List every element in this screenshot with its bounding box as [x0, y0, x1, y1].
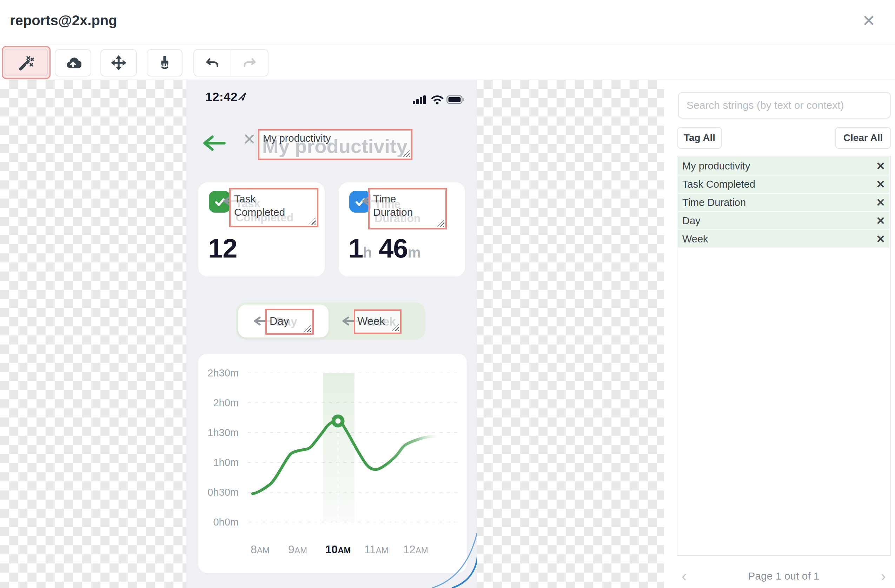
signal-bars-icon	[413, 95, 427, 105]
next-page-button[interactable]: ›	[876, 568, 891, 584]
tag-label: TimeDuration	[373, 192, 413, 219]
window-header: reports@2x.png ✕	[0, 0, 895, 45]
back-arrow-icon	[201, 135, 227, 152]
task-completed-card: TaskCompleted TaskCompleted 12	[198, 182, 325, 276]
remove-string-button[interactable]: ✕	[876, 160, 885, 173]
undo-icon	[204, 55, 220, 71]
string-row[interactable]: Week ✕	[678, 230, 889, 248]
tag-box-day[interactable]: Day Day	[265, 309, 314, 335]
remove-string-button[interactable]: ✕	[876, 196, 885, 209]
string-row[interactable]: My productivity ✕	[678, 157, 889, 175]
magic-wand-active-outline	[5, 49, 48, 76]
phone-screenshot: 12:42 ✕	[187, 80, 477, 588]
wifi-icon	[431, 95, 444, 105]
window-title: reports@2x.png	[10, 13, 117, 29]
string-list-panel: My productivity ✕ Task Completed ✕ Time …	[677, 156, 891, 556]
string-row[interactable]: Task Completed ✕	[678, 176, 889, 193]
strings-sidebar: Tag All Clear All My productivity ✕ Task…	[664, 80, 895, 588]
close-icon: ✕	[862, 12, 876, 30]
string-tagging-app: reports@2x.png ✕	[0, 0, 895, 588]
clear-all-button[interactable]: Clear All	[835, 127, 891, 149]
redo-button[interactable]	[231, 50, 268, 76]
remove-string-button[interactable]: ✕	[876, 233, 885, 246]
page-indicator: Page 1 out of 1	[748, 570, 819, 582]
location-arrow-icon	[238, 92, 247, 102]
transparency-canvas: 12:42 ✕	[0, 80, 664, 588]
cloud-upload-icon	[65, 55, 82, 71]
resize-handle[interactable]	[308, 218, 316, 224]
redo-icon	[241, 55, 258, 71]
tag-box-time-duration[interactable]: TimeDuration TimeDuration	[368, 188, 447, 229]
tasks-value: 12	[208, 233, 237, 264]
line-chart	[198, 354, 467, 573]
x-axis-tick: 11AM	[353, 543, 399, 556]
brush-icon	[156, 55, 173, 71]
close-window-button[interactable]: ✕	[862, 13, 876, 29]
x-axis-tick: 12AM	[393, 543, 438, 556]
prev-page-button[interactable]: ‹	[677, 568, 692, 584]
string-row-label: Task Completed	[682, 179, 876, 190]
undo-redo-group	[193, 49, 268, 76]
highlight-band	[323, 373, 355, 522]
untag-x-glyph: ✕	[243, 130, 256, 149]
productivity-chart-card: 2h30m 2h0m 1h30m 1h0m 0h30m 0h0m	[198, 354, 467, 573]
pagination: ‹ Page 1 out of 1 ›	[677, 565, 891, 586]
string-row[interactable]: Day ✕	[678, 212, 889, 229]
resize-handle[interactable]	[437, 220, 444, 227]
tag-box-week[interactable]: Week Week	[354, 309, 402, 334]
status-time: 12:42	[205, 90, 238, 104]
time-duration-card: TimeDuration TimeDuration 1h 46m	[339, 182, 465, 276]
tag-box-my-productivity[interactable]: My productivity My productivity	[258, 129, 413, 160]
tool-magic-wand-button[interactable]	[2, 46, 50, 79]
tag-label: My productivity	[263, 133, 331, 144]
tag-box-task-completed[interactable]: TaskCompleted TaskCompleted	[229, 188, 319, 227]
x-axis-tick: 9AM	[275, 543, 320, 556]
tag-label: Day	[270, 315, 289, 328]
chart-marker	[334, 417, 343, 426]
duration-value: 1h 46m	[349, 233, 420, 264]
tool-move-button[interactable]	[100, 49, 137, 76]
day-week-toggle[interactable]: Day Day Week Week	[236, 302, 425, 339]
string-row[interactable]: Time Duration ✕	[678, 194, 889, 211]
string-row-label: Day	[682, 215, 876, 227]
string-row-label: My productivity	[682, 160, 876, 172]
remove-string-button[interactable]: ✕	[876, 214, 885, 227]
tag-label: Week	[357, 315, 385, 328]
undo-button[interactable]	[194, 50, 231, 76]
remove-string-button[interactable]: ✕	[876, 178, 885, 191]
search-input[interactable]	[678, 92, 891, 118]
string-row-label: Week	[682, 233, 876, 245]
resize-handle[interactable]	[304, 325, 311, 332]
tag-label: TaskCompleted	[234, 192, 285, 219]
tag-all-button[interactable]: Tag All	[677, 127, 722, 149]
string-row-label: Time Duration	[682, 197, 876, 208]
untag-icon[interactable]: ✕	[243, 130, 256, 149]
tool-upload-button[interactable]	[55, 49, 91, 76]
battery-icon	[446, 95, 466, 105]
toolbar: Filter strings: /productivity.csv String…	[0, 45, 895, 80]
tool-brush-button[interactable]	[147, 49, 182, 76]
move-arrows-icon	[110, 55, 127, 71]
